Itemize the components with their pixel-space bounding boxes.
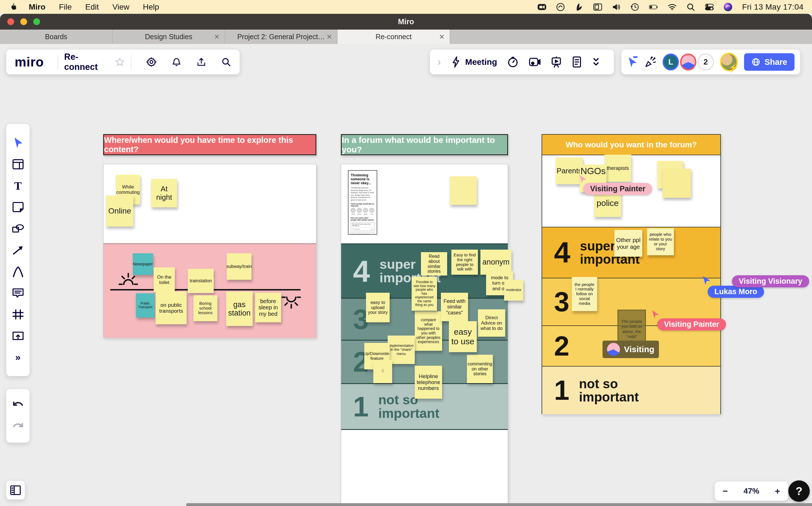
board2-header[interactable]: In a forum what would be important to yo… [341, 134, 508, 155]
text-tool[interactable]: T [12, 179, 24, 192]
sticky-note[interactable]: the people I normally follow on social m… [572, 277, 597, 311]
board3-header[interactable]: Who would you want in the forum? [542, 134, 721, 155]
sticky-note[interactable]: moderator [504, 280, 523, 301]
apple-menu-icon[interactable] [8, 2, 18, 12]
board-title[interactable]: Re-connect [64, 52, 110, 72]
tab-design-studies[interactable]: Design Studies✕ [113, 29, 225, 44]
sticky-note[interactable]: before sleep in my bed [255, 293, 281, 322]
close-window-button[interactable] [7, 18, 14, 25]
user-avatar[interactable]: ⚡ [720, 53, 738, 71]
more-tools-chevrons-icon[interactable] [592, 56, 600, 68]
sticky-note[interactable]: commenting on other stories [467, 355, 493, 383]
sticky-note[interactable]: gas station [226, 291, 252, 326]
sticky-note-tool[interactable] [12, 200, 24, 214]
sticky-note[interactable]: people who relate to you or your story [647, 228, 674, 255]
panel-toggle-button[interactable] [6, 481, 25, 500]
spotlight-icon[interactable] [686, 3, 695, 12]
sticky-note[interactable]: easy to use [449, 321, 477, 352]
zoom-window-button[interactable] [33, 18, 40, 25]
shapes-tool[interactable] [12, 222, 24, 235]
menu-miro[interactable]: Miro [29, 3, 46, 12]
sticky-note[interactable]: implementation in the "share" menu [388, 336, 415, 364]
wifi-icon[interactable] [668, 3, 677, 12]
share-button[interactable]: Share [744, 53, 795, 71]
sticky-note[interactable]: Helpline telephone numbers [415, 366, 442, 399]
cursor-tracking-icon[interactable] [627, 56, 638, 68]
sticky-note[interactable]: Boring school lessons [194, 295, 217, 321]
close-tab-icon[interactable]: ✕ [439, 33, 445, 41]
sticky-note[interactable]: therapists [604, 155, 631, 182]
notes-icon[interactable] [572, 56, 582, 68]
sticky-note[interactable]: Direct Advice on what to do [478, 309, 505, 337]
redo-icon[interactable] [12, 421, 24, 432]
board2-frame[interactable]: 4 super important 3 2 1 not so important… [341, 164, 508, 506]
sticky-note[interactable]: Feed with similar "cases" [441, 293, 468, 321]
battery-icon[interactable] [649, 3, 658, 12]
sticky-note[interactable]: On the toilet [154, 267, 175, 292]
sticky-note[interactable]: Read about similar stories [421, 252, 447, 275]
menu-edit[interactable]: Edit [85, 3, 99, 12]
zoom-level[interactable]: 47% [743, 487, 759, 496]
export-upload-icon[interactable] [196, 57, 206, 67]
upload-tool[interactable] [12, 329, 24, 342]
sticky-note[interactable]: Other ppl your age [614, 230, 642, 257]
board3-frame[interactable]: Who would you want in the forum? 4 super… [542, 134, 721, 414]
sticky-note[interactable]: on public transports [156, 291, 187, 324]
connection-line-tool[interactable] [12, 243, 24, 256]
close-tab-icon[interactable]: ✕ [214, 33, 220, 41]
tab-boards[interactable]: Boards [0, 29, 113, 44]
collaborator-avatar-pie[interactable] [680, 54, 696, 70]
display-icon[interactable] [593, 3, 602, 12]
creative-cloud-icon[interactable] [556, 3, 565, 12]
sticky-note[interactable]: Possible to see how many people who has … [412, 277, 437, 311]
templates-tool[interactable] [12, 158, 24, 171]
screen-record-icon[interactable] [537, 3, 546, 12]
minimize-window-button[interactable] [20, 18, 27, 25]
meeting-label[interactable]: Meeting [465, 57, 497, 67]
miro-logo[interactable]: miro [15, 54, 44, 70]
forum-wireframe-image[interactable]: Thretening someone is never okey... Thre… [348, 170, 377, 235]
collapse-chevron-icon[interactable]: › [437, 56, 441, 68]
frame-tool[interactable] [12, 308, 24, 321]
pen-tool[interactable] [12, 265, 24, 278]
leaf-icon[interactable] [575, 3, 584, 12]
siri-icon[interactable] [724, 3, 733, 12]
search-icon[interactable] [221, 57, 231, 67]
menu-help[interactable]: Help [143, 3, 159, 12]
settings-gear-icon[interactable] [146, 57, 157, 67]
blank-sticky-note[interactable] [663, 169, 691, 198]
control-center-icon[interactable] [705, 3, 714, 12]
sticky-note[interactable]: Easy to find the right people to talk wi… [451, 250, 478, 275]
tab-re-connect[interactable]: Re-connect✕ [338, 29, 450, 44]
collaborator-avatar-l[interactable]: L [663, 54, 679, 70]
miro-canvas[interactable]: Where/when would you have time to explor… [0, 44, 812, 506]
sticky-note[interactable]: Parents [556, 158, 583, 184]
sticky-note[interactable]: At night [151, 179, 177, 207]
volume-icon[interactable] [612, 3, 621, 12]
sticky-note[interactable]: Online [106, 195, 133, 227]
small-sticky-note[interactable] [373, 360, 392, 383]
more-tools-icon[interactable]: » [12, 351, 24, 364]
sticky-note[interactable]: Newspaper [133, 253, 153, 275]
timer-icon[interactable] [507, 56, 518, 68]
notifications-bell-icon[interactable] [171, 57, 181, 67]
time-machine-icon[interactable] [631, 3, 640, 12]
menubar-clock[interactable]: Fri 13 May 17:04 [742, 3, 804, 12]
tab-project-2[interactable]: Project 2: General Project…✕ [225, 29, 338, 44]
zoom-in-button[interactable]: + [775, 486, 780, 496]
board1-header[interactable]: Where/when would you have time to explor… [103, 134, 316, 155]
select-cursor-tool[interactable] [12, 136, 24, 149]
menu-view[interactable]: View [112, 3, 129, 12]
sticky-note[interactable]: Public Transport [136, 293, 154, 318]
favorite-star-icon[interactable] [115, 57, 125, 67]
sticky-note[interactable]: subway/train [227, 253, 251, 280]
zoom-out-button[interactable]: − [723, 486, 728, 496]
menu-file[interactable]: File [59, 3, 72, 12]
collaborator-count-badge[interactable]: 2 [697, 54, 714, 70]
close-tab-icon[interactable]: ✕ [326, 33, 332, 41]
presentation-easel-icon[interactable] [550, 56, 562, 68]
video-camera-icon[interactable] [529, 56, 540, 68]
board1-frame[interactable]: While commuting At night Online Newspape… [103, 164, 316, 338]
reactions-confetti-icon[interactable] [645, 56, 656, 68]
blank-sticky-note[interactable] [450, 176, 477, 205]
